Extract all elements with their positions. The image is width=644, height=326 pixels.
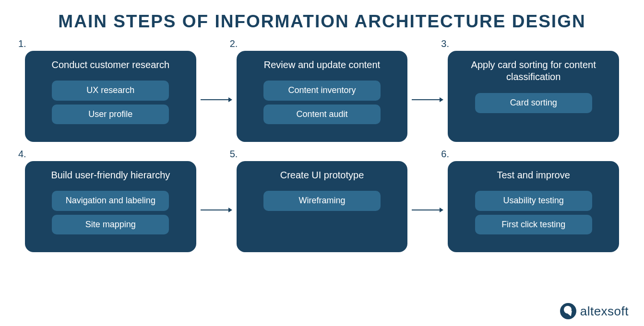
step-card: Conduct customer research UX research Us… <box>25 51 196 142</box>
step-card: Create UI prototype Wireframing <box>237 161 408 252</box>
step-sub: Content inventory <box>263 81 381 101</box>
step-sub: Content audit <box>263 105 381 125</box>
arrow-right-icon <box>412 207 443 208</box>
step-6: 6. Test and improve Usability testing Fi… <box>448 161 619 252</box>
step-title: Review and update content <box>264 58 380 71</box>
arrow-right-icon <box>201 96 232 97</box>
brand-logo-icon <box>560 303 576 319</box>
step-title: Test and improve <box>497 169 570 181</box>
step-sub: Usability testing <box>475 191 592 211</box>
step-number: 1. <box>18 38 26 49</box>
step-card: Build user-friendly hierarchy Navigation… <box>25 161 196 252</box>
step-sub: Wireframing <box>263 191 381 211</box>
step-5: 5. Create UI prototype Wireframing <box>237 161 408 252</box>
step-number: 2. <box>230 38 238 49</box>
step-sub: Site mapping <box>52 215 169 235</box>
step-title: Conduct customer research <box>51 58 169 71</box>
step-4: 4. Build user-friendly hierarchy Navigat… <box>25 161 196 252</box>
step-3: 3. Apply card sorting for content classi… <box>448 51 619 142</box>
svg-marker-3 <box>440 97 443 102</box>
step-1: 1. Conduct customer research UX research… <box>25 51 196 142</box>
step-number: 5. <box>230 149 238 160</box>
step-title: Apply card sorting for content classific… <box>458 58 608 83</box>
brand-logo-text: altexsoft <box>580 304 629 319</box>
brand-logo: altexsoft <box>560 303 629 319</box>
step-title: Build user-friendly hierarchy <box>51 169 170 181</box>
page-title: MAIN STEPS OF INFORMATION ARCHITECTURE D… <box>0 0 644 36</box>
step-sub: User profile <box>52 105 169 125</box>
step-number: 6. <box>441 149 449 160</box>
step-sub: UX research <box>52 81 169 101</box>
step-sub: Navigation and labeling <box>52 191 169 211</box>
step-card: Apply card sorting for content classific… <box>448 51 619 142</box>
step-2: 2. Review and update content Content inv… <box>237 51 408 142</box>
svg-marker-1 <box>228 97 232 102</box>
arrow-right-icon <box>412 96 443 97</box>
svg-marker-5 <box>228 208 232 212</box>
step-number: 3. <box>441 38 449 49</box>
step-card: Test and improve Usability testing First… <box>448 161 619 252</box>
step-number: 4. <box>18 149 26 160</box>
step-sub: Card sorting <box>475 93 592 113</box>
step-card: Review and update content Content invent… <box>237 51 408 142</box>
svg-marker-7 <box>440 208 443 212</box>
arrow-right-icon <box>201 207 232 208</box>
steps-grid: 1. Conduct customer research UX research… <box>0 36 644 252</box>
step-title: Create UI prototype <box>280 169 364 181</box>
step-sub: First click testing <box>475 215 592 235</box>
